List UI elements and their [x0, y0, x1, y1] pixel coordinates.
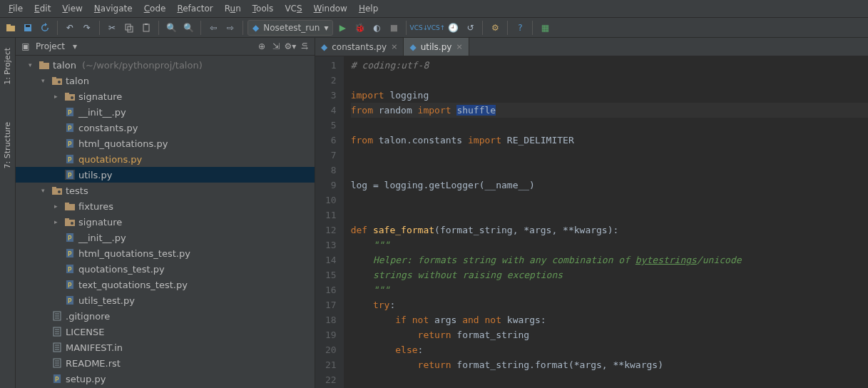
- code-area[interactable]: # coding:utf-8 import loggingfrom random…: [344, 56, 868, 388]
- collapse-icon[interactable]: ⇲: [270, 41, 282, 52]
- tree-node[interactable]: Putils_test.py: [16, 292, 315, 308]
- tree-node[interactable]: P__init__.py: [16, 104, 315, 120]
- code-line[interactable]: [351, 193, 868, 208]
- nav-back-icon[interactable]: ⇦: [205, 20, 221, 36]
- menu-vcs[interactable]: VCS: [280, 2, 306, 15]
- code-line[interactable]: from talon.constants import RE_DELIMITER: [351, 133, 868, 148]
- tree-node[interactable]: .gitignore: [16, 308, 315, 324]
- code-line[interactable]: """: [351, 282, 868, 297]
- cut-icon[interactable]: ✂: [104, 20, 120, 36]
- code-line[interactable]: from random import shuffle: [351, 103, 868, 118]
- debug-icon[interactable]: 🐞: [352, 20, 367, 36]
- tree-node[interactable]: Phtml_quotations.py: [16, 136, 315, 151]
- refresh-icon[interactable]: [37, 20, 53, 36]
- paste-icon[interactable]: [138, 20, 154, 36]
- stop-icon[interactable]: ■: [386, 20, 402, 36]
- project-tree[interactable]: ▾talon(~/work/pythonproj/talon)▾talon▸si…: [16, 56, 315, 388]
- tree-node[interactable]: ▸signature: [16, 88, 315, 104]
- code-line[interactable]: [351, 73, 868, 88]
- menu-navigate[interactable]: Navigate: [90, 2, 137, 15]
- tree-node[interactable]: ▸signature: [16, 214, 315, 230]
- vcs-revert-icon[interactable]: ↺: [462, 20, 478, 36]
- tree-twisty[interactable]: ▸: [54, 93, 61, 100]
- menu-run[interactable]: Run: [220, 2, 245, 15]
- tree-node[interactable]: Ptext_quotations_test.py: [16, 277, 315, 292]
- tree-node[interactable]: Phtml_quotations_test.py: [16, 245, 315, 261]
- menu-tools[interactable]: Tools: [248, 2, 278, 15]
- editor-tab[interactable]: ◆constants.py×: [315, 38, 404, 56]
- tree-node[interactable]: MANIFEST.in: [16, 340, 315, 355]
- tree-twisty[interactable]: ▾: [29, 61, 36, 68]
- locate-icon[interactable]: ⊕: [256, 41, 267, 52]
- save-icon[interactable]: [20, 20, 36, 36]
- close-icon[interactable]: ×: [391, 42, 397, 51]
- code-line[interactable]: [351, 372, 868, 387]
- vcs-update-icon[interactable]: VCS↓: [411, 20, 427, 36]
- tree-twisty[interactable]: ▸: [54, 218, 61, 225]
- tree-node[interactable]: ▾tests: [16, 183, 315, 198]
- code-line[interactable]: def safe_format(format_string, *args, **…: [351, 223, 868, 238]
- tree-node[interactable]: LICENSE: [16, 324, 315, 340]
- code-line[interactable]: return format_string.format(*args, **kwa…: [351, 357, 868, 372]
- code-line[interactable]: import logging: [351, 88, 868, 103]
- code-line[interactable]: [351, 163, 868, 178]
- menu-help[interactable]: Help: [354, 2, 382, 15]
- code-line[interactable]: [351, 118, 868, 133]
- project-tool-button[interactable]: 1: Project: [1, 44, 14, 89]
- settings-icon[interactable]: ⚙: [487, 20, 503, 36]
- menu-code[interactable]: Code: [140, 2, 170, 15]
- code-line[interactable]: Helper: formats string with any combinat…: [351, 252, 868, 267]
- code-line[interactable]: strings without raising exceptions: [351, 267, 868, 282]
- find-icon[interactable]: 🔍: [163, 20, 179, 36]
- tree-node[interactable]: P__init__.py: [16, 230, 315, 245]
- menu-file[interactable]: File: [4, 2, 27, 15]
- redo-icon[interactable]: ↷: [79, 20, 95, 36]
- run-icon[interactable]: ▶: [335, 20, 350, 36]
- chevron-down-icon[interactable]: ▾: [69, 41, 81, 52]
- code-line[interactable]: log = logging.getLogger(__name__): [351, 178, 868, 193]
- code-line[interactable]: [351, 208, 868, 223]
- tree-node[interactable]: Pquotations_test.py: [16, 261, 315, 277]
- tree-node[interactable]: Psetup.py: [16, 371, 315, 387]
- copy-icon[interactable]: [121, 20, 137, 36]
- tree-twisty[interactable]: ▸: [54, 203, 61, 210]
- tree-twisty[interactable]: ▾: [41, 187, 48, 194]
- code-line[interactable]: # coding:utf-8: [351, 58, 868, 73]
- editor-tab[interactable]: ◆utils.py×: [404, 38, 469, 56]
- code-line[interactable]: if not args and not kwargs:: [351, 312, 868, 327]
- menu-view[interactable]: View: [58, 2, 86, 15]
- replace-icon[interactable]: 🔍: [180, 20, 196, 36]
- menu-refactor[interactable]: Refactor: [173, 2, 217, 15]
- tree-node[interactable]: ▾talon(~/work/pythonproj/talon): [16, 57, 315, 73]
- tree-node[interactable]: Pconstants.py: [16, 120, 315, 136]
- structure-tool-button[interactable]: 7: Structure: [1, 118, 14, 173]
- code-line[interactable]: return format_string: [351, 327, 868, 342]
- ext-tool-icon[interactable]: ▦: [537, 20, 553, 36]
- menu-window[interactable]: Window: [310, 2, 352, 15]
- code-line[interactable]: [351, 148, 868, 163]
- hide-icon[interactable]: ⥹: [299, 41, 310, 52]
- tree-node[interactable]: ▾talon: [16, 73, 315, 88]
- line-number: 6: [325, 133, 337, 148]
- code-line[interactable]: """: [351, 238, 868, 252]
- tree-node[interactable]: Putils.py: [16, 167, 315, 183]
- python-file-icon: P: [64, 247, 76, 259]
- run-config-combo[interactable]: ◆ Nosetest_run ▾: [247, 20, 333, 36]
- code-line[interactable]: try:: [351, 297, 868, 312]
- help-icon[interactable]: ?: [512, 20, 528, 36]
- close-icon[interactable]: ×: [456, 42, 462, 51]
- tree-twisty[interactable]: ▾: [41, 77, 48, 84]
- tree-node[interactable]: README.rst: [16, 355, 315, 371]
- tree-node[interactable]: ▸fixtures: [16, 198, 315, 214]
- vcs-history-icon[interactable]: 🕘: [445, 20, 461, 36]
- tree-node[interactable]: Pquotations.py: [16, 151, 315, 167]
- code-line[interactable]: else:: [351, 342, 868, 357]
- menu-edit[interactable]: Edit: [30, 2, 55, 15]
- open-icon[interactable]: [3, 20, 19, 36]
- undo-icon[interactable]: ↶: [62, 20, 78, 36]
- coverage-icon[interactable]: ◐: [369, 20, 384, 36]
- nav-fwd-icon[interactable]: ⇨: [223, 20, 238, 36]
- vcs-commit-icon[interactable]: VCS↑: [428, 20, 444, 36]
- editor-body[interactable]: 12345678910111213141516171819202122 # co…: [315, 56, 868, 388]
- gear-icon[interactable]: ⚙▾: [285, 41, 296, 52]
